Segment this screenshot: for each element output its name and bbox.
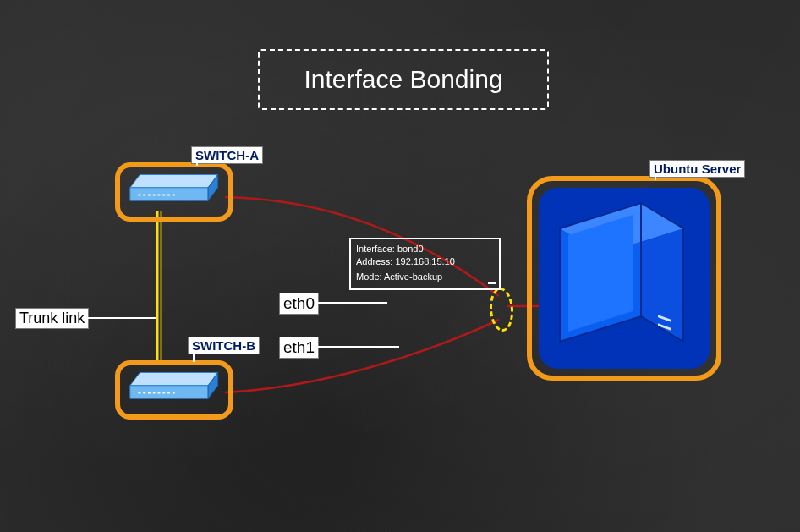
svg-rect-10 [173,195,175,196]
switch-b-label: SWITCH-B [188,337,260,354]
eth1-label-text: eth1 [283,338,315,356]
svg-rect-5 [148,195,151,196]
bond0-callout: Interface: bond0 Address: 192.168.15.10 … [349,238,501,290]
bond-interface-label: Interface: [356,244,395,254]
leader-eth0-h [315,302,387,304]
bond-address-label: Address: [356,256,392,266]
svg-rect-7 [158,195,161,196]
svg-rect-3 [138,195,140,196]
svg-rect-15 [143,392,145,394]
diagram-title-text: Interface Bonding [304,65,502,94]
leader-server [655,173,656,180]
bond0-ellipse [488,287,515,332]
trunk-link-label-text: Trunk link [19,310,85,326]
eth0-label-text: eth0 [283,294,315,312]
svg-marker-12 [130,386,208,398]
svg-rect-16 [148,392,151,394]
leader-trunk-h [85,317,156,319]
bond-mode-value: Active-backup [384,271,442,282]
bond-address-value: 192.168.15.10 [395,256,454,266]
switch-a-label-text: SWITCH-A [195,148,259,162]
svg-rect-4 [143,195,145,196]
leader-trunk-tick [85,309,86,326]
svg-rect-14 [138,392,140,394]
svg-rect-19 [162,392,165,394]
svg-rect-21 [173,392,175,394]
leader-eth0-tick [315,293,316,310]
leader-eth1-tick [315,337,316,354]
bond-interface-value: bond0 [397,244,424,254]
svg-marker-25 [568,215,633,332]
svg-rect-9 [167,195,170,196]
svg-marker-0 [130,174,218,187]
svg-rect-20 [167,392,170,394]
server-label: Ubuntu Server [649,160,745,178]
svg-marker-11 [130,372,218,385]
leader-switch-b [193,350,195,362]
eth1-label: eth1 [279,337,319,359]
leader-switch-a [196,161,198,166]
bond-mode-label: Mode: [356,271,382,282]
switch-b-label-text: SWITCH-B [192,338,255,353]
eth0-label: eth0 [279,293,319,315]
svg-rect-6 [153,195,156,196]
switch-b-icon [118,361,220,403]
svg-rect-17 [153,392,156,394]
trunk-link-label: Trunk link [15,308,89,329]
diagram-title: Interface Bonding [258,49,549,110]
leader-eth1-h [315,346,399,348]
server-icon [541,188,698,357]
svg-rect-18 [158,392,161,394]
server-label-text: Ubuntu Server [654,162,741,176]
svg-rect-8 [162,195,165,196]
switch-a-label: SWITCH-A [191,146,263,164]
switch-a-icon [118,163,220,206]
